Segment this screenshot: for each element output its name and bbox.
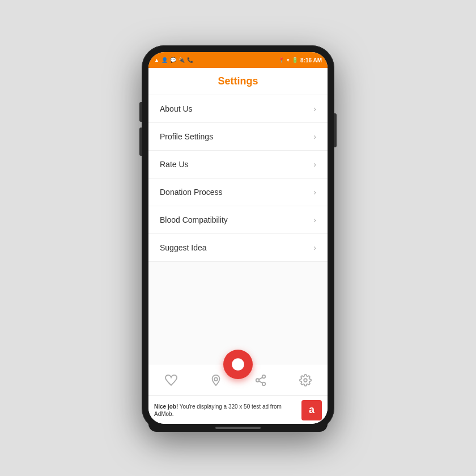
menu-label-suggest-idea: Suggest Idea	[160, 243, 207, 252]
svg-line-4	[258, 381, 262, 383]
whatsapp-icon: 💬	[170, 57, 176, 63]
svg-point-2	[256, 379, 259, 382]
battery-icon: 🔋	[292, 57, 298, 63]
chevron-right-icon-suggest-idea: ›	[313, 243, 316, 252]
wifi-icon: ▾	[287, 57, 290, 63]
menu-item-profile-settings[interactable]: Profile Settings ›	[148, 123, 328, 151]
svg-point-0	[214, 377, 218, 381]
menu-label-blood-compatibility: Blood Compatibility	[160, 215, 228, 224]
svg-point-6	[304, 379, 307, 382]
usb-icon: 🔌	[178, 57, 185, 63]
menu-item-donation-process[interactable]: Donation Process ›	[148, 178, 328, 206]
home-indicator	[148, 424, 328, 432]
nav-share-icon[interactable]	[254, 374, 267, 386]
menu-item-blood-compatibility[interactable]: Blood Compatibility ›	[148, 206, 328, 234]
chevron-right-icon-blood-compatibility: ›	[313, 215, 316, 224]
menu-label-about-us: About Us	[160, 104, 193, 113]
volume-up-button	[139, 102, 142, 122]
menu-item-rate-us[interactable]: Rate Us ›	[148, 151, 328, 178]
status-right-icons: 📍 ▾ 🔋 8:16 AM	[278, 57, 322, 63]
chevron-right-icon-profile-settings: ›	[313, 132, 316, 141]
chevron-right-icon-about-us: ›	[313, 104, 316, 113]
person-icon: 👤	[162, 57, 168, 63]
svg-line-5	[258, 377, 262, 379]
admob-logo: a	[301, 400, 322, 420]
chevron-right-icon-donation-process: ›	[313, 188, 316, 197]
nav-donate-icon[interactable]	[165, 374, 177, 386]
page-title: Settings	[218, 75, 258, 87]
svg-point-3	[262, 382, 265, 385]
app-bar: Settings	[148, 68, 328, 95]
power-button	[334, 113, 337, 147]
chevron-right-icon-rate-us: ›	[313, 160, 316, 169]
call-icon: 📞	[187, 57, 193, 63]
nav-settings-icon[interactable]	[299, 374, 312, 386]
location-icon: 📍	[278, 57, 284, 63]
status-bar: ▲ 👤 💬 🔌 📞 📍 ▾ 🔋 8:16 AM	[148, 52, 328, 68]
signal-icon: ▲	[154, 57, 159, 63]
admob-bold-text: Nice job!	[154, 403, 178, 410]
nav-fab-blood-drop[interactable]	[223, 350, 253, 379]
menu-item-suggest-idea[interactable]: Suggest Idea ›	[148, 234, 328, 262]
admob-text: Nice job! You're displaying a 320 x 50 t…	[154, 403, 297, 418]
menu-label-profile-settings: Profile Settings	[160, 132, 213, 141]
phone-device: ▲ 👤 💬 🔌 📞 📍 ▾ 🔋 8:16 AM Settings About U…	[142, 45, 334, 431]
volume-down-button	[139, 128, 142, 156]
admob-banner[interactable]: Nice job! You're displaying a 320 x 50 t…	[148, 396, 328, 424]
phone-screen: ▲ 👤 💬 🔌 📞 📍 ▾ 🔋 8:16 AM Settings About U…	[148, 52, 328, 424]
home-bar	[215, 427, 261, 429]
menu-label-donation-process: Donation Process	[160, 188, 223, 197]
menu-label-rate-us: Rate Us	[160, 160, 189, 169]
status-time: 8:16 AM	[300, 57, 322, 63]
settings-menu-list: About Us › Profile Settings › Rate Us › …	[148, 95, 328, 364]
menu-item-about-us[interactable]: About Us ›	[148, 95, 328, 123]
nav-location-icon[interactable]	[210, 374, 222, 386]
bottom-nav	[148, 364, 328, 396]
status-left-icons: ▲ 👤 💬 🔌 📞	[154, 57, 193, 63]
svg-point-1	[262, 375, 265, 378]
